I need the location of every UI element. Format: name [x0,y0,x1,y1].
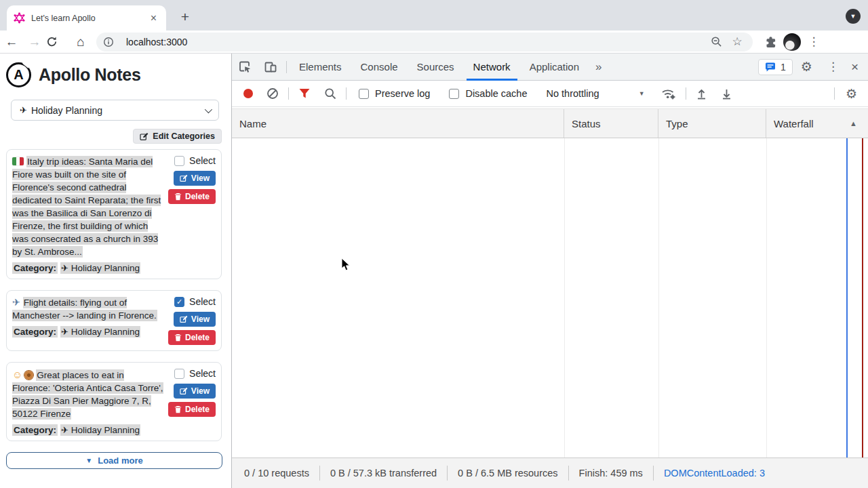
tab-close-icon[interactable]: × [148,12,159,24]
finish-time: Finish: 459 ms [569,468,653,479]
clear-network-log-icon[interactable] [260,87,285,100]
note-text: ☺Great places to eat in Florence: 'Oster… [12,368,164,420]
checkbox[interactable] [449,89,459,99]
note-category: Category:✈ Holiday Planning [12,327,164,337]
forward-button[interactable]: → [23,35,46,49]
note-text: ✈Flight details: flying out of Mancheste… [12,296,164,322]
network-table-header: Name Status Type Waterfall ▲ [232,108,868,138]
select-label: Select [189,155,216,166]
smiley-emoji: ☺ [12,369,22,380]
browser-address-bar: ← → ⌂ localhost:3000 ☆ ⋮ [0,30,868,54]
tab-network[interactable]: Network [464,54,520,81]
trash-icon [174,192,182,201]
info-icon[interactable] [103,37,121,47]
tab-title: Let's learn Apollo [31,14,148,23]
view-button[interactable]: View [174,384,216,399]
column-type[interactable]: Type [658,109,766,138]
zoom-out-icon[interactable] [711,36,728,47]
apollo-notes-panel: A Apollo Notes ✈ Holiday Planning Edit C… [0,54,231,488]
issues-counter[interactable]: 1 [758,59,793,75]
resources-size: 0 B / 6.5 MB resources [448,468,568,479]
edit-categories-label: Edit Categories [153,131,215,141]
tab-elements[interactable]: Elements [290,54,351,81]
import-har-icon[interactable] [689,87,714,100]
delete-button[interactable]: Delete [168,402,216,417]
view-button[interactable]: View [174,312,216,327]
network-conditions-icon[interactable] [654,87,683,100]
filter-funnel-icon[interactable] [292,88,317,99]
back-button[interactable]: ← [0,35,23,49]
airplane-icon: ✈ [20,105,27,115]
devtools-menu-icon[interactable]: ⋮ [821,60,846,74]
device-toolbar-icon[interactable] [258,60,283,74]
domcontentloaded-marker [846,138,848,458]
note-card: ☺Great places to eat in Florence: 'Oster… [6,362,222,441]
note-card: ✈Flight details: flying out of Mancheste… [6,290,222,351]
browser-menu-icon[interactable]: ⋮ [803,35,825,49]
edit-categories-button[interactable]: Edit Categories [133,129,222,144]
note-card: Italy trip ideas: Santa Maria del Fiore … [6,149,222,279]
search-icon[interactable] [317,87,343,100]
divider [286,61,287,73]
new-tab-button[interactable]: + [175,7,195,27]
select-checkbox[interactable]: ✓ [174,297,184,307]
reload-button[interactable] [46,36,69,47]
domcontentloaded-time[interactable]: DOMContentLoaded: 3 [654,468,775,479]
devtools-settings-gear-icon[interactable]: ⚙ [793,59,821,75]
column-name[interactable]: Name [232,109,564,138]
airplane-icon: ✈ [61,425,68,435]
home-button[interactable]: ⌂ [69,35,92,49]
category-select-value: Holiday Planning [31,105,205,116]
more-tabs-icon[interactable]: » [589,60,608,74]
tab-search-button[interactable]: ▼ [846,9,861,24]
select-checkbox[interactable] [174,156,184,166]
logo-letter: A [14,67,23,83]
mouse-cursor [341,258,351,272]
preserve-log-checkbox[interactable]: Preserve log [359,88,430,99]
devtools-panel: Elements Console Sources Network Applica… [231,54,868,488]
profile-avatar[interactable] [783,33,801,51]
trash-icon [174,405,182,413]
checkbox[interactable] [359,89,369,99]
requests-count: 0 / 10 requests [232,468,319,479]
tab-sources[interactable]: Sources [408,54,464,81]
load-more-button[interactable]: ▼ Load more [6,452,222,469]
browser-tab-strip: Let's learn Apollo × + ▼ [0,0,868,30]
url-bar[interactable]: localhost:3000 ☆ [96,33,753,52]
pie-emoji [24,371,33,380]
column-status[interactable]: Status [564,109,658,138]
pencil-square-icon [140,132,149,141]
app-header: A Apollo Notes [6,60,222,89]
airplane-icon: ✈ [61,327,68,337]
message-bubble-icon [765,62,776,72]
select-checkbox[interactable] [174,369,184,379]
note-category: Category:✈ Holiday Planning [12,425,164,435]
delete-button[interactable]: Delete [168,189,216,204]
url-text[interactable]: localhost:3000 [126,37,711,47]
apollo-logo: A [6,62,31,87]
bookmark-star-icon[interactable]: ☆ [728,35,746,49]
category-select[interactable]: ✈ Holiday Planning [11,100,219,121]
column-waterfall[interactable]: Waterfall ▲ [766,109,868,138]
sort-ascending-icon: ▲ [850,119,857,127]
devtools-close-icon[interactable]: × [846,60,868,75]
view-button[interactable]: View [174,171,216,186]
disable-cache-checkbox[interactable]: Disable cache [449,88,527,99]
pencil-square-icon [180,174,188,182]
record-button[interactable] [243,89,253,98]
trash-icon [174,333,182,342]
delete-button[interactable]: Delete [168,330,216,345]
divider [288,87,289,100]
tab-application[interactable]: Application [520,54,589,81]
network-settings-gear-icon[interactable]: ⚙ [837,86,868,102]
export-har-icon[interactable] [714,87,739,100]
tab-console[interactable]: Console [351,54,408,81]
inspect-element-icon[interactable] [232,60,258,74]
extensions-puzzle-icon[interactable] [760,35,781,48]
browser-tab[interactable]: Let's learn Apollo × [7,5,166,30]
divider [686,87,686,100]
airplane-departure-emoji: ✈ [12,297,20,308]
select-label: Select [189,296,216,307]
network-request-list[interactable] [232,138,868,458]
throttling-select[interactable]: No throttling ▼ [546,88,644,99]
